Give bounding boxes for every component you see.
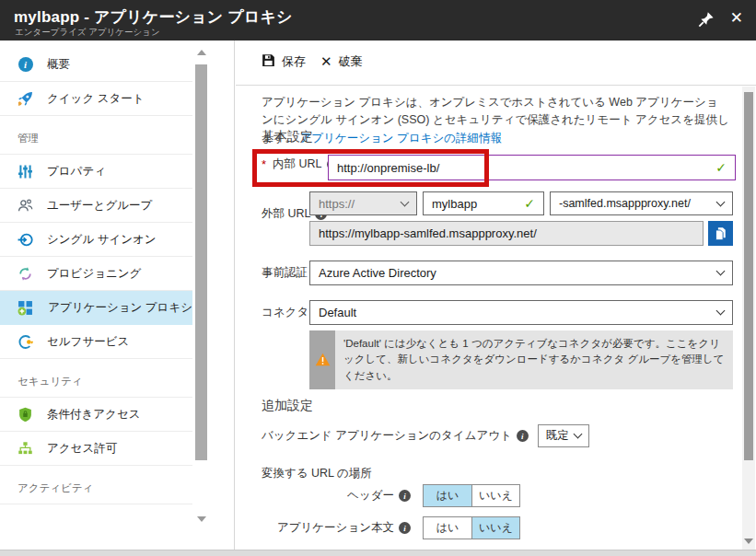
external-url-readonly-field: https://mylbapp-samlfed.msappproxy.net/: [309, 221, 704, 246]
scroll-down-icon[interactable]: [744, 539, 753, 544]
app-body-toggle-row: アプリケーション本文 i はい いいえ: [262, 516, 520, 539]
sidebar-item-single-sign-on[interactable]: シングル サインオン: [0, 223, 192, 257]
additional-settings-heading: 追加設定: [262, 398, 313, 414]
sidebar-item-label: プロビジョニング: [47, 266, 141, 282]
connector-warning-banner[interactable]: 'Default' には少なくとも 1 つのアクティブなコネクタが必要です。ここ…: [309, 330, 733, 389]
chevron-down-icon: [716, 307, 726, 316]
headers-label: ヘッダー i: [262, 488, 411, 504]
sign-in-arrow-icon: [17, 232, 33, 248]
preauth-select[interactable]: Azure Active Directory: [309, 261, 733, 285]
page-subtitle: エンタープライズ アプリケーション: [15, 27, 160, 39]
valid-check-icon: ✓: [715, 160, 727, 175]
internal-url-field: ✓: [328, 155, 736, 180]
sidebar-item-application-proxy[interactable]: アプリケーション プロキシ: [0, 291, 192, 325]
chevron-down-icon: [401, 197, 410, 206]
headers-toggle: はい いいえ: [423, 484, 520, 507]
people-icon: [17, 198, 33, 214]
pin-icon[interactable]: [698, 11, 715, 28]
blade-description: アプリケーション プロキシは、オンプレミスでホストされている Web アプリケー…: [262, 94, 729, 147]
sliders-icon: [17, 164, 33, 180]
self-service-icon: [17, 334, 33, 350]
chevron-down-icon: [716, 197, 726, 206]
external-url-host-input[interactable]: [432, 197, 518, 211]
save-label: 保存: [282, 53, 306, 70]
command-bar: 保存 ✕ 破棄: [236, 41, 756, 86]
sidebar-scrollbar-thumb[interactable]: [195, 64, 207, 460]
rocket-icon: [17, 91, 33, 107]
org-chart-icon: [17, 441, 33, 457]
external-url-scheme-select[interactable]: https://: [309, 191, 417, 215]
discard-x-icon: ✕: [320, 53, 332, 70]
basic-settings-heading: 基本設定: [262, 129, 313, 145]
app-body-label: アプリケーション本文 i: [262, 520, 411, 536]
learn-more-link[interactable]: アプリケーション プロキシの詳細情報: [300, 132, 503, 145]
sidebar-section-security: セキュリティ: [0, 366, 192, 398]
sidebar-item-properties[interactable]: プロパティ: [0, 155, 192, 189]
chevron-down-icon: [573, 430, 582, 439]
external-url-domain-select[interactable]: -samlfed.msappproxy.net/: [550, 191, 733, 215]
sidebar-item-conditional-access[interactable]: 条件付きアクセス: [0, 398, 192, 432]
info-icon[interactable]: i: [517, 430, 529, 442]
internal-url-input[interactable]: [337, 161, 710, 175]
sidebar-item-label: アクセス許可: [47, 441, 117, 457]
save-icon: [262, 53, 275, 70]
info-icon[interactable]: i: [399, 490, 411, 502]
app-body-yes-button[interactable]: はい: [424, 517, 471, 539]
discard-label: 破棄: [339, 53, 363, 70]
headers-yes-button[interactable]: はい: [424, 485, 471, 506]
close-icon[interactable]: ✕: [730, 8, 743, 28]
shield-icon: [17, 407, 33, 423]
copy-icon: [714, 226, 727, 241]
translate-urls-heading: 変換する URL の場所: [262, 466, 372, 481]
sidebar-scrollbar[interactable]: [193, 50, 209, 522]
discard-button[interactable]: ✕ 破棄: [320, 53, 363, 70]
page-title: mylbapp - アプリケーション プロキシ: [14, 6, 293, 28]
sync-arrows-icon: [17, 266, 33, 282]
info-icon: i: [17, 57, 33, 73]
sidebar-item-overview[interactable]: i 概要: [0, 48, 192, 82]
app-body-toggle: はい いいえ: [423, 516, 520, 539]
sidebar-item-permissions[interactable]: アクセス許可: [0, 432, 192, 466]
info-icon[interactable]: i: [399, 522, 411, 534]
app-body-no-button[interactable]: いいえ: [471, 517, 519, 539]
required-asterisk: *: [262, 157, 266, 171]
connector-group-select[interactable]: Default: [309, 300, 733, 325]
sidebar-item-quickstart[interactable]: クイック スタート: [0, 82, 192, 116]
headers-toggle-row: ヘッダー i はい いいえ: [262, 484, 520, 507]
sidebar-item-users-groups[interactable]: ユーザーとグループ: [0, 189, 192, 223]
app-proxy-blade: mylbapp - アプリケーション プロキシ エンタープライズ アプリケーショ…: [0, 0, 756, 556]
blade-bottom-edge: [0, 550, 756, 556]
sidebar-section-manage: 管理: [0, 123, 192, 155]
scroll-up-icon[interactable]: [197, 50, 206, 55]
backend-timeout-label: バックエンド アプリケーションのタイムアウト i: [262, 428, 529, 444]
copy-button[interactable]: [708, 221, 733, 246]
chevron-down-icon: [716, 267, 726, 276]
sidebar-item-provisioning[interactable]: プロビジョニング: [0, 257, 192, 291]
warning-text: 'Default' には少なくとも 1 つのアクティブなコネクタが必要です。ここ…: [335, 330, 733, 389]
main-scrollbar-thumb[interactable]: [744, 92, 753, 460]
warning-icon: [309, 330, 335, 389]
backend-timeout-select[interactable]: 既定: [538, 424, 589, 447]
external-url-host-field: ✓: [423, 191, 544, 215]
sidebar-item-label: 条件付きアクセス: [47, 407, 140, 423]
sidebar-item-label: クイック スタート: [47, 91, 145, 107]
sidebar-item-label: ユーザーとグループ: [47, 198, 152, 214]
valid-check-icon: ✓: [524, 196, 535, 211]
main-pane: 保存 ✕ 破棄 アプリケーション プロキシは、オンプレミスでホストされている W…: [236, 41, 756, 550]
app-grid-plus-icon: [17, 300, 33, 316]
backend-timeout-row: バックエンド アプリケーションのタイムアウト i 既定: [262, 424, 589, 447]
sidebar-section-activity: アクティビティ: [0, 473, 192, 504]
scroll-down-icon[interactable]: [197, 516, 206, 522]
sidebar-item-label: プロパティ: [47, 164, 106, 180]
sidebar-item-label: セルフサービス: [47, 334, 129, 350]
save-button[interactable]: 保存: [262, 53, 306, 70]
blade-header: mylbapp - アプリケーション プロキシ エンタープライズ アプリケーショ…: [0, 0, 756, 41]
main-scrollbar[interactable]: [742, 87, 755, 550]
sidebar: i 概要 クイック スタート 管理 プロパティ ユーザーとグループ: [0, 41, 235, 550]
headers-no-button[interactable]: いいえ: [471, 485, 519, 506]
internal-url-label: * 内部 URL i: [262, 156, 339, 172]
sidebar-item-self-service[interactable]: セルフサービス: [0, 325, 192, 359]
sidebar-item-label: シングル サインオン: [47, 232, 157, 248]
sidebar-item-label: アプリケーション プロキシ: [48, 300, 192, 316]
sidebar-item-label: 概要: [47, 57, 70, 73]
